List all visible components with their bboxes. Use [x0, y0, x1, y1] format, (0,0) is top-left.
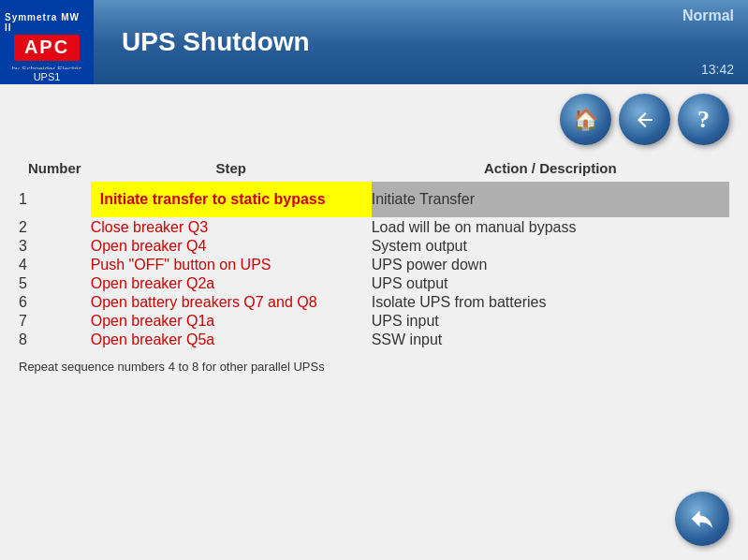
table-row: 5Open breaker Q2aUPS output: [19, 275, 729, 292]
row-step: Push "OFF" button on UPS: [91, 257, 372, 273]
time-display: 13:42: [701, 62, 734, 77]
table-row: 7Open breaker Q1aUPS input: [19, 313, 729, 330]
row-step: Open battery breakers Q7 and Q8: [91, 294, 372, 311]
row-step[interactable]: Initiate transfer to static bypass: [91, 182, 372, 217]
row-action: Isolate UPS from batteries: [372, 294, 729, 311]
table-row[interactable]: 1Initiate transfer to static bypassIniti…: [19, 182, 729, 217]
row-step: Close breaker Q3: [91, 219, 372, 236]
procedure-table: Number Step Action / Description 1Initia…: [19, 155, 729, 350]
row-number: 7: [19, 313, 91, 330]
row-number: 4: [19, 257, 91, 273]
exit-icon[interactable]: [675, 492, 729, 546]
row-step: Open breaker Q1a: [91, 313, 372, 330]
help-button[interactable]: ?: [678, 94, 729, 145]
logo-area: Symmetra MW II APC by Schneider Electric…: [0, 0, 94, 84]
apc-main-text: APC: [24, 37, 69, 58]
title-area: UPS Shutdown Normal 13:42: [94, 0, 748, 84]
row-number: 3: [19, 238, 91, 255]
table-row: 4Push "OFF" button on UPSUPS power down: [19, 257, 729, 273]
content-area: Number Step Action / Description 1Initia…: [0, 155, 748, 350]
table-header: Number Step Action / Description: [19, 156, 729, 180]
table-row: 6Open battery breakers Q7 and Q8Isolate …: [19, 294, 729, 311]
row-step: Open breaker Q2a: [91, 275, 372, 292]
row-number: 1: [19, 182, 91, 217]
row-number: 5: [19, 275, 91, 292]
table-row: 2Close breaker Q3Load will be on manual …: [19, 219, 729, 236]
row-action: UPS input: [372, 313, 729, 330]
row-action: SSW input: [372, 332, 729, 348]
home-button[interactable]: 🏠: [560, 94, 611, 145]
logo-top-text: Symmetra MW II: [5, 12, 89, 33]
row-action: UPS power down: [372, 257, 729, 273]
col-action: Action / Description: [372, 156, 729, 180]
apc-logo: Symmetra MW II APC by Schneider Electric: [5, 12, 89, 73]
header: Symmetra MW II APC by Schneider Electric…: [0, 0, 748, 84]
row-step: Open breaker Q4: [91, 238, 372, 255]
footer-note: Repeat sequence numbers 4 to 8 for other…: [0, 350, 748, 383]
col-number: Number: [19, 156, 91, 180]
ups-id-label: UPS1: [0, 69, 94, 84]
row-action: System output: [372, 238, 729, 255]
row-number: 8: [19, 332, 91, 348]
apc-logo-box: APC: [14, 35, 80, 61]
row-action: UPS output: [372, 275, 729, 292]
table-row: 8Open breaker Q5aSSW input: [19, 332, 729, 348]
row-action: Load will be on manual bypass: [372, 219, 729, 236]
row-step: Open breaker Q5a: [91, 332, 372, 348]
page-title: UPS Shutdown: [122, 27, 310, 57]
nav-toolbar: 🏠 ?: [0, 84, 748, 155]
back-button[interactable]: [619, 94, 670, 145]
row-number: 6: [19, 294, 91, 311]
table-row: 3Open breaker Q4System output: [19, 238, 729, 255]
row-number: 2: [19, 219, 91, 236]
status-indicator: Normal: [682, 7, 734, 24]
col-step: Step: [91, 156, 372, 180]
row-action[interactable]: Initiate Transfer: [372, 182, 729, 217]
